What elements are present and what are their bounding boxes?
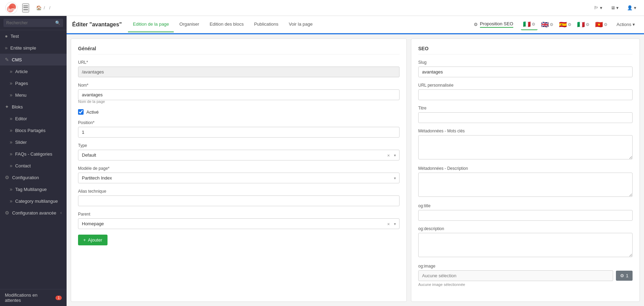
select-clear-icon[interactable]: × bbox=[387, 152, 390, 158]
position-group: Position* bbox=[78, 120, 400, 138]
hamburger-button[interactable]: ☰ bbox=[22, 3, 29, 12]
flag-dropdown-button[interactable]: 🏳 ▾ bbox=[591, 4, 605, 12]
sidebar-item-entite-simple[interactable]: » Entite simple bbox=[0, 42, 67, 54]
alias-group: Alias technique bbox=[78, 189, 400, 206]
sidebar-item-slider[interactable]: » Slider bbox=[0, 136, 67, 148]
user-dropdown-button[interactable]: 👤 ▾ bbox=[624, 4, 639, 12]
sidebar-item-editor[interactable]: » Editor bbox=[0, 113, 67, 124]
seo-section-title: SEO bbox=[418, 46, 633, 54]
actions-button[interactable]: Actions ▾ bbox=[613, 20, 638, 28]
arrow-icon: » bbox=[10, 69, 12, 74]
og-image-select-button[interactable]: ⚙ 1 bbox=[616, 271, 633, 281]
slug-group: Slug bbox=[418, 60, 633, 77]
meta-desc-label: Métadonnées - Description bbox=[418, 166, 633, 171]
alias-label: Alias technique bbox=[78, 189, 400, 194]
sidebar-item-modifications[interactable]: Modifications en attentes 1 bbox=[0, 289, 67, 306]
seo-button[interactable]: ⚙ Proposition SEO bbox=[470, 19, 517, 30]
top-navbar: parti Tech ☰ 🏠 / / 🏳 ▾ 🖥 ▾ 👤 ▾ bbox=[0, 0, 644, 16]
nom-group: Nom* Nom de la page bbox=[78, 83, 400, 104]
sidebar-bottom: Modifications en attentes 1 bbox=[0, 289, 67, 306]
flag-es[interactable]: 🇪🇸 ⚙ bbox=[557, 19, 574, 30]
arrow-icon: » bbox=[10, 116, 12, 121]
nom-input[interactable] bbox=[78, 89, 400, 100]
og-image-hint: Aucune image sélectionnée bbox=[418, 282, 633, 287]
meta-desc-textarea[interactable] bbox=[418, 173, 633, 197]
tab-voir-page[interactable]: Voir la page bbox=[284, 17, 318, 32]
modele-group: Modèle de page* Partitech Index ▾ bbox=[78, 166, 400, 183]
arrow-icon: » bbox=[10, 92, 12, 98]
sidebar-item-bloks[interactable]: ✦ Bloks bbox=[0, 101, 67, 113]
right-panel: SEO Slug URL personnalisée Titre bbox=[411, 38, 640, 302]
url-group: URL* bbox=[78, 60, 400, 77]
active-checkbox[interactable] bbox=[78, 109, 84, 115]
tab-edition-page[interactable]: Edition de la page bbox=[128, 17, 174, 32]
position-input[interactable] bbox=[78, 127, 400, 138]
og-desc-textarea[interactable] bbox=[418, 233, 633, 257]
url-input[interactable] bbox=[78, 67, 400, 77]
sidebar-item-configuration[interactable]: ⚙ Configuration bbox=[0, 172, 67, 183]
flag-it2[interactable]: 🇮🇹 ⚙ bbox=[575, 19, 592, 30]
sidebar-item-label: Bloks bbox=[12, 104, 23, 110]
sidebar-item-label: CMS bbox=[12, 57, 22, 62]
tab-organiser[interactable]: Organiser bbox=[174, 17, 204, 32]
flag-gear-icon: ⚙ bbox=[586, 22, 590, 27]
slug-input[interactable] bbox=[418, 67, 633, 77]
og-title-input[interactable] bbox=[418, 210, 633, 221]
sidebar-item-faqs[interactable]: » FAQs - Catégories bbox=[0, 148, 67, 160]
flag-spain-icon: 🇪🇸 bbox=[559, 21, 567, 28]
sidebar-item-category-multilangue[interactable]: » Category multilangue bbox=[0, 195, 67, 207]
seo-gear-icon: ⚙ bbox=[474, 22, 478, 27]
sidebar-search-input[interactable] bbox=[3, 19, 63, 27]
sidebar-item-label: Article bbox=[15, 69, 28, 74]
parent-select[interactable]: Homepage bbox=[78, 218, 400, 229]
url-perso-group: URL personnalisée bbox=[418, 83, 633, 100]
titre-input[interactable] bbox=[418, 112, 633, 123]
og-desc-label: og:description bbox=[418, 226, 633, 231]
flag-gear-icon: ⚙ bbox=[532, 22, 535, 27]
parent-label: Parent bbox=[78, 212, 400, 217]
sidebar-item-blocs-partages[interactable]: » Blocs Partagés bbox=[0, 124, 67, 136]
meta-mots-textarea[interactable] bbox=[418, 135, 633, 159]
page-title: Éditer "avantages" bbox=[72, 21, 122, 28]
og-desc-group: og:description bbox=[418, 226, 633, 258]
flag-it-active[interactable]: 🇮🇹 ⚙ bbox=[521, 19, 538, 30]
flag-group: 🇮🇹 ⚙ 🇬🇧 ⚙ 🇪🇸 ⚙ 🇮🇹 ⚙ 🇻🇳 ⚙ bbox=[521, 19, 610, 30]
ajouter-wrap: + Ajouter bbox=[78, 235, 400, 245]
tab-edition-blocs[interactable]: Edition des blocs bbox=[205, 17, 248, 32]
display-dropdown-button[interactable]: 🖥 ▾ bbox=[608, 4, 622, 12]
sidebar-item-config-avancee[interactable]: ⚙ Configuraton avancée ‹ bbox=[0, 207, 67, 219]
sidebar-item-test[interactable]: ● Test bbox=[0, 30, 67, 42]
arrow-icon: » bbox=[10, 186, 12, 192]
parent-group: Parent Homepage × ▾ bbox=[78, 212, 400, 229]
sidebar-item-menu[interactable]: » Menu bbox=[0, 89, 67, 101]
arrow-icon: » bbox=[10, 139, 12, 145]
sidebar-item-label: Configuraton avancée bbox=[12, 210, 56, 216]
arrow-icon: » bbox=[5, 45, 8, 51]
ajouter-button[interactable]: + Ajouter bbox=[78, 235, 108, 245]
position-label: Position* bbox=[78, 120, 400, 125]
active-group: Activé bbox=[78, 109, 400, 115]
flag-gb[interactable]: 🇬🇧 ⚙ bbox=[539, 19, 556, 30]
flag-vn[interactable]: 🇻🇳 ⚙ bbox=[593, 19, 610, 30]
sidebar-item-pages[interactable]: » Pages bbox=[0, 77, 67, 89]
type-select[interactable]: Default bbox=[78, 150, 400, 160]
sidebar-item-label: Editor bbox=[15, 116, 27, 121]
tab-publications[interactable]: Publications bbox=[249, 17, 283, 32]
search-icon: 🔍 bbox=[55, 20, 60, 25]
sidebar-item-cms[interactable]: ✎ CMS bbox=[0, 54, 67, 65]
alias-input[interactable] bbox=[78, 195, 400, 206]
sidebar-item-tag-multilangue[interactable]: » Tag Multilangue bbox=[0, 183, 67, 195]
modele-select[interactable]: Partitech Index bbox=[78, 173, 400, 183]
sidebar-item-article[interactable]: » Article bbox=[0, 65, 67, 77]
breadcrumb-home[interactable]: 🏠 bbox=[36, 5, 42, 10]
og-image-label: og:image bbox=[418, 264, 633, 269]
meta-mots-group: Métadonnées - Mots clés bbox=[418, 129, 633, 160]
parent-clear-icon[interactable]: × bbox=[387, 221, 390, 226]
og-image-select-wrap: ⚙ 1 bbox=[418, 270, 633, 281]
url-perso-input[interactable] bbox=[418, 89, 633, 100]
sidebar-item-contact[interactable]: » Contact bbox=[0, 160, 67, 172]
sidebar-item-label: Pages bbox=[15, 81, 28, 86]
og-image-input[interactable] bbox=[418, 270, 613, 281]
modele-label: Modèle de page* bbox=[78, 166, 400, 171]
ajouter-label: Ajouter bbox=[88, 237, 102, 243]
